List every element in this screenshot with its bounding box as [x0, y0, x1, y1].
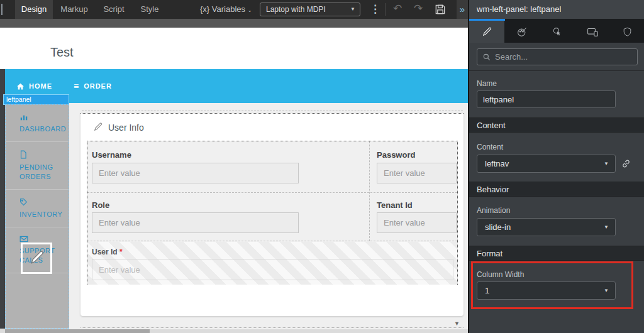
name-label: Name	[477, 79, 497, 88]
edit-cursor-overlay	[21, 243, 52, 274]
pencil-icon	[29, 249, 45, 266]
sidebar-item-pending-orders[interactable]: PENDING ORDERS	[6, 142, 69, 190]
pencil-icon	[93, 122, 103, 132]
canvas-left-edge	[0, 69, 5, 329]
form-region[interactable]: Username Password Role Tenant Id User Id…	[87, 141, 458, 285]
document-icon	[19, 150, 64, 159]
animation-dropdown[interactable]: slide-in ▼	[477, 218, 616, 236]
bar-chart-icon	[19, 113, 64, 121]
undo-icon[interactable]: ↶	[390, 2, 405, 16]
field-label-password: Password	[377, 150, 415, 160]
section-content[interactable]: Content	[469, 117, 644, 133]
username-field[interactable]	[92, 163, 299, 183]
role-field[interactable]	[92, 212, 299, 233]
chevron-down-icon: ⌄	[248, 8, 252, 13]
palette-icon	[516, 26, 528, 38]
tab-markup[interactable]: Markup	[58, 0, 91, 19]
column-width-dropdown-value: 1	[477, 286, 604, 295]
device-selector[interactable]: Laptop with MDPI Screen ▼	[260, 3, 360, 16]
field-label-tenant-id: Tenant Id	[377, 200, 413, 210]
content-label: Content	[477, 143, 503, 151]
chevron-down-icon: ▼	[604, 161, 609, 166]
inspector-search[interactable]	[477, 48, 638, 65]
tab-security[interactable]	[610, 21, 644, 43]
variables-label: {x} Variables	[200, 4, 245, 14]
user-id-field[interactable]	[92, 259, 453, 280]
column-width-dropdown[interactable]: 1 ▼	[477, 281, 616, 300]
content-dropdown[interactable]: leftnav ▼	[477, 155, 616, 173]
form-card[interactable]: User Info Username Password Role Tenant …	[80, 113, 464, 316]
section-format[interactable]: Format	[469, 246, 644, 261]
nav-item-label: HOME	[29, 82, 52, 90]
sidebar-item-inventory[interactable]: INVENTORY	[6, 190, 69, 227]
field-label-user-id: User Id *	[92, 248, 123, 256]
footer-placeholder	[80, 327, 464, 328]
sidebar-item-label: PENDING ORDERS	[19, 163, 64, 182]
tab-design[interactable]: Design	[15, 0, 53, 19]
tab-events[interactable]	[540, 21, 575, 43]
sidebar-item-dashboard[interactable]: DASHBOARD	[6, 105, 69, 142]
nav-item-home[interactable]: HOME	[16, 82, 52, 90]
name-input[interactable]	[477, 90, 616, 108]
tag-icon	[19, 198, 64, 206]
tab-devices[interactable]	[575, 21, 610, 43]
shield-icon	[622, 26, 633, 38]
field-label-role: Role	[92, 200, 109, 210]
variables-menu[interactable]: {x} Variables ⌄	[200, 0, 252, 19]
top-toolbar: Design Markup Script Style {x} Variables…	[0, 0, 468, 19]
expand-panel-icon[interactable]: »	[457, 0, 468, 19]
inspector-panel: wm-left-panel: leftpanel	[468, 0, 644, 333]
pencil-icon	[482, 26, 492, 37]
hidden-field-row[interactable]: User Id *	[87, 242, 457, 285]
sidebar-item-label: INVENTORY	[19, 210, 64, 219]
tab-script[interactable]: Script	[99, 0, 128, 19]
envelope-icon	[19, 236, 64, 243]
field-label-username: Username	[92, 150, 131, 160]
inspector-tabstrip	[469, 19, 644, 43]
section-behavior[interactable]: Behavior	[469, 182, 644, 197]
animation-dropdown-value: slide-in	[477, 222, 604, 232]
panel-divider	[469, 70, 644, 71]
devices-icon	[587, 26, 599, 38]
design-canvas: Test HOME ≡ ORDER leftpanel DASHBOARD	[0, 19, 468, 333]
page-header[interactable]: Test	[0, 28, 468, 69]
left-panel-widget[interactable]: DASHBOARD PENDING ORDERS INVENTORY SUPPO…	[5, 104, 69, 329]
search-input[interactable]	[495, 52, 632, 62]
horizontal-scrollbar[interactable]	[0, 329, 468, 333]
form-title: User Info	[108, 123, 144, 133]
link-icon[interactable]	[621, 158, 631, 169]
events-icon	[552, 26, 563, 38]
animation-label: Animation	[477, 206, 510, 215]
tab-properties[interactable]	[469, 21, 504, 43]
left-edge-handle	[1, 4, 3, 15]
app-navbar[interactable]: HOME ≡ ORDER	[5, 69, 468, 103]
chevron-down-icon: ▼	[604, 224, 609, 230]
inspector-title: wm-left-panel: leftpanel	[469, 0, 644, 19]
selection-badge: leftpanel	[3, 94, 69, 105]
canvas-gap	[0, 19, 468, 28]
tab-style[interactable]: Style	[136, 0, 164, 19]
chevron-down-icon: ▼	[350, 3, 355, 16]
redo-icon[interactable]: ↷	[411, 2, 426, 16]
nav-item-order[interactable]: ≡ ORDER	[74, 81, 112, 91]
footer-chevron-icon[interactable]: ▼	[454, 320, 460, 327]
tab-styles[interactable]	[504, 21, 540, 43]
scrollbar-thumb[interactable]	[5, 329, 150, 333]
password-field[interactable]	[377, 163, 457, 183]
toolbar-divider	[385, 3, 386, 16]
kebab-menu-icon[interactable]: ⋮	[370, 3, 380, 16]
search-icon	[482, 53, 491, 62]
save-icon[interactable]	[434, 3, 447, 16]
column-width-label: Column Width	[477, 270, 524, 279]
column-separator	[369, 141, 370, 241]
required-asterisk: *	[119, 248, 123, 256]
field-label-text: User Id	[92, 248, 118, 256]
home-icon	[16, 82, 25, 90]
sidebar-item-label: DASHBOARD	[19, 124, 64, 134]
menu-icon: ≡	[74, 81, 79, 91]
nav-item-label: ORDER	[84, 82, 112, 90]
tenant-id-field[interactable]	[377, 212, 457, 233]
content-area-outline	[82, 111, 463, 111]
content-dropdown-value: leftnav	[477, 159, 604, 168]
page-title[interactable]: Test	[50, 45, 74, 60]
